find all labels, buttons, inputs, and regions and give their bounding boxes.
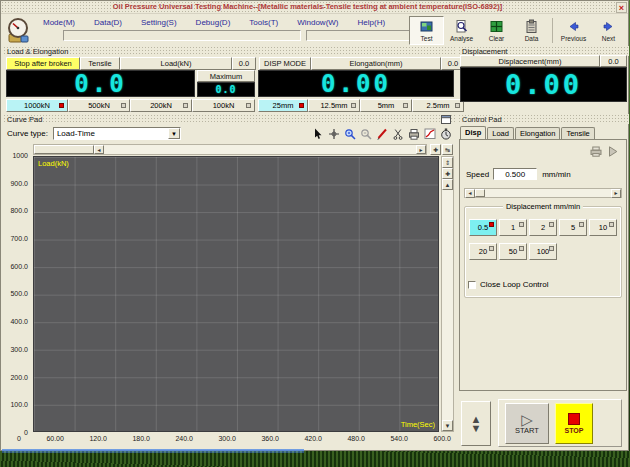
elongation-range-12-5mm-button[interactable]: 12.5mm <box>308 99 360 112</box>
disp-mode-button[interactable]: DISP MODE <box>259 57 311 70</box>
data-button[interactable]: Data <box>514 16 549 45</box>
speed-indicator <box>519 222 524 227</box>
range-indicator <box>403 103 408 108</box>
maximum-value-display: 0.0 <box>197 82 255 97</box>
analyse-icon <box>454 19 469 34</box>
scroll-left-arrow[interactable]: ◄ <box>94 145 104 154</box>
menu-data[interactable]: Data(D) <box>94 18 122 27</box>
y-axis-ticks: 1000 900.0 800.0 700.0 600.0 500.0 400.0… <box>3 152 30 436</box>
speed-indicator <box>609 222 614 227</box>
jog-button[interactable]: ▲ ▼ <box>461 401 491 446</box>
x-axis-ticks: 0 60.00 120.0 180.0 240.0 300.0 360.0 42… <box>17 435 451 442</box>
next-button[interactable]: Next <box>591 16 626 45</box>
title-bar: Oil Pressure Universal Testing Machine--… <box>1 1 628 14</box>
load-range-1000kn-button[interactable]: 1000kN <box>6 99 68 112</box>
start-button[interactable]: ▷ START <box>505 403 549 444</box>
stop-button[interactable]: STOP <box>555 403 593 444</box>
menu-debug[interactable]: Debug(D) <box>196 18 231 27</box>
desktop-wallpaper-grass <box>0 451 630 467</box>
cursor-icon[interactable] <box>311 127 324 140</box>
expand-x-icon[interactable]: ✚ <box>430 144 441 155</box>
speed-slider[interactable]: ◄ ► <box>464 188 622 198</box>
fit-y-icon[interactable]: ⇕ <box>442 157 453 168</box>
menu-mode[interactable]: Mode(M) <box>43 18 75 27</box>
curve-pad-group: Curve Pad Curve type: Load-Time ▼ <box>3 114 456 448</box>
chevron-down-icon[interactable]: ▼ <box>168 128 180 139</box>
tab-elongation[interactable]: Elongation <box>515 127 560 139</box>
speed-0-5-button[interactable]: 0.5 <box>469 219 497 236</box>
menu-help[interactable]: Help(H) <box>358 18 386 27</box>
previous-arrow-icon <box>566 19 581 34</box>
pan-icon[interactable] <box>327 127 340 140</box>
pen-icon[interactable] <box>375 127 388 140</box>
menu-items: Mode(M) Data(D) Setting(S) Debug(D) Tool… <box>43 18 385 27</box>
close-button[interactable]: × <box>616 2 627 13</box>
speed-2-button[interactable]: 2 <box>529 219 557 236</box>
chart-plot-area[interactable]: Load(kN) Time(Sec) <box>33 156 439 432</box>
start-stop-panel: ▷ START STOP <box>498 399 622 447</box>
chart-vertical-scrollbar[interactable]: ⇕ ✚ ▲ ▼ <box>441 156 454 432</box>
previous-button[interactable]: Previous <box>556 16 591 45</box>
speed-unit-label: mm/min <box>542 170 570 179</box>
scroll-thumb[interactable] <box>34 145 94 154</box>
load-range-200kn-button[interactable]: 200kN <box>130 99 192 112</box>
scroll-up-arrow[interactable]: ▲ <box>442 179 453 190</box>
scroll-down-arrow[interactable]: ▼ <box>442 420 453 431</box>
elongation-range-25mm-button[interactable]: 25mm <box>258 99 308 112</box>
scissors-icon[interactable] <box>391 127 404 140</box>
slider-right-arrow[interactable]: ► <box>611 189 621 198</box>
speed-5-button[interactable]: 5 <box>559 219 587 236</box>
load-header-value: 0.0 <box>232 57 256 70</box>
curve-controls-row: Curve type: Load-Time ▼ <box>3 125 456 142</box>
load-elongation-group: Load & Elongation Stop after broken Tens… <box>3 46 456 114</box>
speed-10-button[interactable]: 10 <box>589 219 617 236</box>
speed-indicator <box>549 222 554 227</box>
tab-load[interactable]: Load <box>487 127 514 139</box>
curve-type-dropdown[interactable]: Load-Time ▼ <box>53 127 181 140</box>
stop-square-icon <box>568 413 580 425</box>
tab-tensile[interactable]: Tensile <box>561 127 594 139</box>
chart-horizontal-scrollbar[interactable]: ◄ ► <box>33 144 427 155</box>
tab-disp[interactable]: Disp <box>460 126 486 139</box>
fit-x-icon[interactable]: ↹ <box>442 144 453 155</box>
speed-indicator <box>519 246 524 251</box>
test-button[interactable]: Test <box>409 16 444 45</box>
scroll-right-arrow[interactable]: ► <box>416 145 426 154</box>
displacement-group: Displacement Displacement(mm) 0.0 0.00 <box>458 46 629 114</box>
slider-thumb[interactable] <box>475 189 485 197</box>
menu-tools[interactable]: Tools(T) <box>249 18 278 27</box>
displacement-header: Displacement(mm) <box>460 55 600 67</box>
speed-100-button[interactable]: 100 <box>529 243 557 260</box>
menu-setting[interactable]: Setting(S) <box>141 18 177 27</box>
slider-left-arrow[interactable]: ◄ <box>465 189 475 198</box>
close-loop-checkbox[interactable] <box>468 281 476 289</box>
printer-icon[interactable] <box>407 127 420 140</box>
load-range-500kn-button[interactable]: 500kN <box>68 99 130 112</box>
elongation-range-5mm-button[interactable]: 5mm <box>360 99 412 112</box>
elongation-range-2-5mm-button[interactable]: 2.5mm <box>412 99 464 112</box>
analyse-button[interactable]: Analyse <box>444 16 479 45</box>
clear-button[interactable]: Clear <box>479 16 514 45</box>
range-indicator <box>246 103 251 108</box>
toolbar-strip-1 <box>63 30 301 41</box>
main-toolbar: Test Analyse Clear <box>409 16 626 45</box>
zoom-out-icon[interactable] <box>359 127 372 140</box>
expand-y-icon[interactable]: ✚ <box>442 168 453 179</box>
print-small-icon[interactable] <box>590 146 602 157</box>
speed-20-button[interactable]: 20 <box>469 243 497 260</box>
speed-indicator <box>579 222 584 227</box>
zoom-in-icon[interactable] <box>343 127 356 140</box>
menu-window[interactable]: Window(W) <box>297 18 338 27</box>
app-window: Oil Pressure Universal Testing Machine--… <box>0 0 629 451</box>
speed-input[interactable]: 0.500 <box>493 168 537 180</box>
speed-50-button[interactable]: 50 <box>499 243 527 260</box>
x-axis-label: Time(Sec) <box>401 420 435 429</box>
curve-chart-icon[interactable] <box>423 127 436 140</box>
curve-pad-window-icon[interactable] <box>441 115 451 124</box>
load-range-100kn-button[interactable]: 100kN <box>192 99 255 112</box>
curve-toolbar <box>311 127 452 140</box>
speed-1-button[interactable]: 1 <box>499 219 527 236</box>
control-pad-group: Control Pad Disp Load Elongation Tensile… <box>458 114 629 448</box>
timer-icon[interactable] <box>439 127 452 140</box>
play-small-icon[interactable] <box>608 146 618 157</box>
